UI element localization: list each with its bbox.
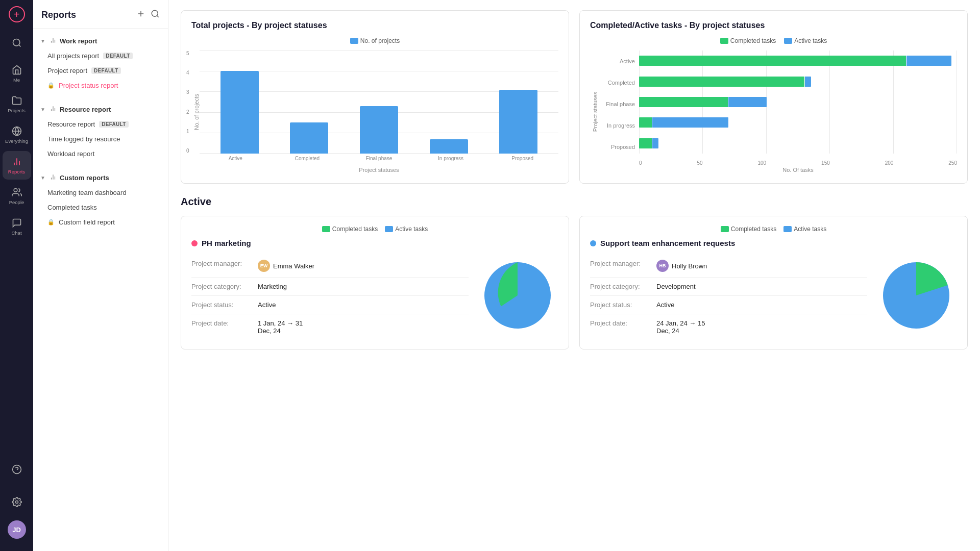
- all-projects-report-label: All projects report: [47, 52, 99, 60]
- bar-chart-icon: [11, 156, 22, 167]
- svg-line-14: [157, 15, 158, 17]
- sidebar-add-button[interactable]: [136, 9, 145, 21]
- chart2-x-title: No. Of tasks: [639, 167, 957, 173]
- sidebar-item-project-report[interactable]: Project report DEFAULT: [33, 63, 168, 78]
- nav-help[interactable]: [3, 455, 31, 484]
- bar-final-phase: [360, 106, 398, 154]
- sidebar-item-project-status-report[interactable]: 🔒 Project status report: [33, 78, 168, 93]
- sidebar-item-custom-field-report[interactable]: 🔒 Custom field report: [33, 215, 168, 230]
- time-logged-label: Time logged by resource: [47, 135, 120, 143]
- all-projects-badge: DEFAULT: [103, 53, 132, 59]
- sidebar-item-workload-report[interactable]: Workload report: [33, 146, 168, 161]
- sidebar-search-button[interactable]: [151, 9, 160, 21]
- user-avatar[interactable]: JD: [8, 520, 26, 539]
- add-button[interactable]: +: [9, 6, 25, 22]
- nav-people[interactable]: People: [3, 182, 31, 210]
- sidebar-item-all-projects-report[interactable]: All projects report DEFAULT: [33, 48, 168, 63]
- ph-marketing-name: PH marketing: [191, 239, 558, 247]
- completed-tasks-label: Completed tasks: [47, 204, 97, 211]
- resource-report-section: ▼ Resource report Resource report DEFAUL…: [33, 97, 168, 165]
- card1-body: Project manager: EW Emma Walker Project …: [191, 255, 558, 340]
- search-icon: [11, 37, 22, 48]
- nav-reports-label: Reports: [8, 169, 25, 174]
- completed-active-chart: Completed/Active tasks - By project stat…: [579, 10, 968, 184]
- resource-report-item-label: Resource report: [47, 120, 95, 128]
- hbar-in-progress: [639, 117, 957, 128]
- project-status-report-label: Project status report: [59, 82, 118, 89]
- nav-me[interactable]: Me: [3, 59, 31, 88]
- hbar-final-phase: [639, 97, 957, 107]
- card1-legend: Completed tasks Active tasks: [191, 226, 558, 233]
- support-date-row: Project date: 24 Jan, 24 → 15Dec, 24: [590, 314, 867, 340]
- work-report-icon: [50, 37, 57, 45]
- svg-point-13: [152, 10, 158, 16]
- chart2-x-labels: 0 50 100 150 200 250: [639, 156, 957, 166]
- folder-icon: [11, 95, 22, 106]
- chart1-x-title: Project statuses: [200, 167, 558, 173]
- people-icon: [11, 187, 22, 198]
- nav-everything[interactable]: Everything: [3, 120, 31, 149]
- ph-category-row: Project category: Marketing: [191, 278, 469, 296]
- work-report-chevron: ▼: [40, 38, 45, 44]
- nav-settings[interactable]: [3, 488, 31, 516]
- nav-projects[interactable]: Projects: [3, 90, 31, 118]
- sidebar-item-time-logged[interactable]: Time logged by resource: [33, 132, 168, 146]
- card1-legend-completed: [322, 226, 330, 232]
- chart1-y-title: No. of projects: [191, 94, 200, 130]
- card1-legend-active: [385, 226, 393, 232]
- nav-search[interactable]: [3, 29, 31, 57]
- project-cards-row: Completed tasks Active tasks PH marketin…: [181, 216, 968, 349]
- nav-everything-label: Everything: [5, 138, 28, 144]
- svg-line-1: [18, 45, 20, 47]
- chart2-legend: Completed tasks Active tasks: [590, 37, 957, 44]
- card2-legend: Completed tasks Active tasks: [590, 226, 957, 233]
- sidebar-item-completed-tasks[interactable]: Completed tasks: [33, 200, 168, 215]
- main-content: Total projects - By project statuses No.…: [168, 0, 980, 551]
- svg-point-7: [14, 189, 17, 192]
- resource-report-icon: [50, 105, 57, 114]
- card2-legend-active: [783, 226, 792, 232]
- bar-in-progress: [430, 139, 468, 154]
- legend-completed-tasks: [720, 38, 728, 44]
- custom-reports-section: ▼ Custom reports Marketing team dashboar…: [33, 165, 168, 234]
- resource-report-header[interactable]: ▼ Resource report: [33, 101, 168, 117]
- bar-active: [220, 71, 259, 154]
- nav-reports[interactable]: Reports: [3, 151, 31, 180]
- globe-icon: [11, 126, 22, 137]
- hbar-completed: [639, 77, 957, 87]
- chart1-title: Total projects - By project statuses: [191, 21, 558, 30]
- sidebar-item-resource-report[interactable]: Resource report DEFAULT: [33, 117, 168, 132]
- bar-proposed: [499, 90, 537, 154]
- nav-chat[interactable]: Chat: [3, 212, 31, 241]
- ph-marketing-pie: [477, 255, 558, 336]
- legend-active-tasks: [784, 38, 792, 44]
- hbar-active: [639, 56, 957, 66]
- chart2-title: Completed/Active tasks - By project stat…: [590, 21, 957, 30]
- resource-report-badge: DEFAULT: [99, 121, 128, 128]
- ph-date-row: Project date: 1 Jan, 24 → 31Dec, 24: [191, 314, 469, 340]
- support-category-row: Project category: Development: [590, 278, 867, 296]
- help-icon: [11, 464, 22, 475]
- resource-report-chevron: ▼: [40, 107, 45, 112]
- work-report-header[interactable]: ▼ Work report: [33, 33, 168, 48]
- lock-icon: 🔒: [47, 82, 55, 89]
- custom-reports-chevron: ▼: [40, 175, 45, 181]
- support-manager-avatar: HB: [656, 260, 669, 272]
- sidebar-title: Reports: [41, 10, 76, 20]
- sidebar-item-marketing-dashboard[interactable]: Marketing team dashboard: [33, 185, 168, 200]
- custom-field-lock-icon: 🔒: [47, 219, 55, 226]
- custom-reports-header[interactable]: ▼ Custom reports: [33, 169, 168, 185]
- chart1-legend: No. of projects: [191, 37, 558, 44]
- custom-field-report-label: Custom field report: [59, 218, 115, 226]
- nav-me-label: Me: [13, 77, 20, 83]
- bar-completed: [290, 122, 328, 154]
- card2-info: Project manager: HB Holly Brown Project …: [590, 255, 867, 340]
- chart2-y-title: Project statuses: [590, 92, 598, 132]
- support-team-dot: [590, 240, 596, 246]
- legend-no-projects: No. of projects: [350, 37, 400, 44]
- card1-info: Project manager: EW Emma Walker Project …: [191, 255, 469, 340]
- icon-nav: + Me Projects Everything: [0, 0, 33, 551]
- nav-people-label: People: [9, 199, 24, 205]
- ph-status-row: Project status: Active: [191, 296, 469, 314]
- support-manager-row: Project manager: HB Holly Brown: [590, 255, 867, 278]
